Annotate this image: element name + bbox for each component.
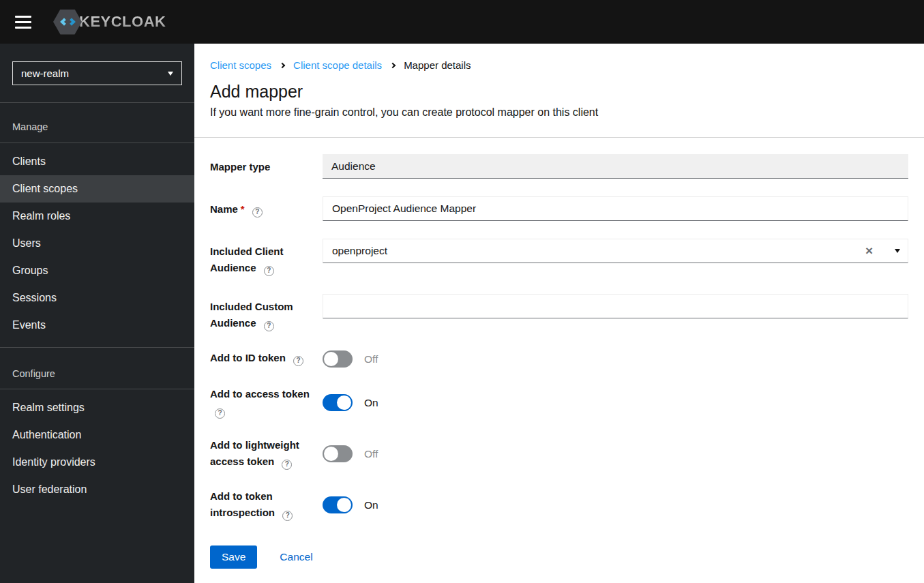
- help-icon[interactable]: ?: [282, 460, 292, 470]
- page-subtitle: If you want more fine-grain control, you…: [210, 106, 908, 119]
- clear-icon[interactable]: ×: [865, 241, 873, 260]
- add-to-id-token-state-label: Off: [364, 353, 378, 365]
- add-to-token-introspection-row: Add to token introspection ? On: [210, 488, 908, 521]
- nav-section-manage: Manage: [0, 103, 194, 143]
- breadcrumb-mapper-details: Mapper details: [404, 59, 471, 71]
- included-custom-audience-row: Included Custom Audience ?: [210, 294, 908, 331]
- main-content: Client scopes Client scope details Mappe…: [194, 44, 924, 583]
- sidebar-item-users[interactable]: Users: [0, 230, 194, 257]
- hamburger-icon: [15, 16, 31, 18]
- included-custom-audience-label: Included Custom Audience ?: [210, 294, 323, 331]
- sidebar-item-events[interactable]: Events: [0, 312, 194, 339]
- sidebar-item-client-scopes[interactable]: Client scopes: [0, 175, 194, 203]
- add-to-access-token-state-label: On: [364, 397, 378, 409]
- manage-nav-list: Clients Client scopes Realm roles Users …: [0, 143, 194, 347]
- add-to-lightweight-access-token-label: Add to lightweight access token ?: [210, 436, 323, 470]
- add-to-id-token-label: Add to ID token ?: [210, 349, 323, 368]
- page-header: Client scopes Client scope details Mappe…: [194, 44, 924, 119]
- add-to-id-token-toggle[interactable]: [323, 350, 353, 368]
- sidebar-item-user-federation[interactable]: User federation: [0, 476, 194, 503]
- name-row: Name* ?: [210, 196, 908, 221]
- add-to-id-token-row: Add to ID token ? Off: [210, 349, 908, 368]
- mapper-type-row: Mapper type Audience: [210, 154, 908, 179]
- keycloak-logo: KEYCLOAK: [53, 10, 166, 35]
- sidebar-item-identity-providers[interactable]: Identity providers: [0, 449, 194, 476]
- breadcrumb-client-scopes[interactable]: Client scopes: [210, 59, 271, 71]
- mapper-form: Mapper type Audience Name* ? Included Cl…: [194, 138, 924, 569]
- required-indicator: *: [241, 203, 245, 215]
- sidebar-item-clients[interactable]: Clients: [0, 148, 194, 175]
- mapper-type-label: Mapper type: [210, 154, 323, 179]
- add-to-access-token-label: Add to access token ?: [210, 385, 323, 419]
- add-to-token-introspection-toggle[interactable]: [323, 496, 353, 513]
- realm-name: new-realm: [21, 68, 69, 79]
- chevron-down-icon: [168, 72, 173, 76]
- add-to-token-introspection-state-label: On: [364, 499, 378, 511]
- name-label: Name* ?: [210, 196, 323, 221]
- cancel-button[interactable]: Cancel: [280, 551, 312, 563]
- form-actions: Save Cancel: [210, 545, 908, 569]
- help-icon[interactable]: ?: [282, 511, 293, 521]
- sidebar: new-realm Manage Clients Client scopes R…: [0, 44, 194, 583]
- sidebar-item-sessions[interactable]: Sessions: [0, 284, 194, 312]
- add-to-access-token-row: Add to access token ? On: [210, 385, 908, 419]
- name-input[interactable]: [323, 196, 908, 221]
- breadcrumb: Client scopes Client scope details Mappe…: [210, 59, 908, 71]
- help-icon[interactable]: ?: [264, 266, 274, 276]
- chevron-left-icon: [60, 18, 68, 25]
- help-icon[interactable]: ?: [252, 207, 263, 218]
- nav-section-configure: Configure: [0, 347, 194, 389]
- included-client-audience-row: Included Client Audience ? ×: [210, 239, 908, 276]
- add-to-lightweight-access-token-row: Add to lightweight access token ? Off: [210, 436, 908, 470]
- realm-selector[interactable]: new-realm: [12, 61, 182, 85]
- add-to-access-token-toggle[interactable]: [323, 394, 353, 411]
- chevron-right-icon: [280, 62, 285, 68]
- help-icon[interactable]: ?: [293, 356, 303, 366]
- breadcrumb-client-scope-details[interactable]: Client scope details: [293, 59, 382, 71]
- add-to-lightweight-access-token-toggle[interactable]: [323, 445, 353, 462]
- sidebar-item-authentication[interactable]: Authentication: [0, 421, 194, 449]
- sidebar-item-realm-roles[interactable]: Realm roles: [0, 203, 194, 230]
- help-icon[interactable]: ?: [215, 408, 225, 419]
- sidebar-item-realm-settings[interactable]: Realm settings: [0, 394, 194, 421]
- sidebar-item-groups[interactable]: Groups: [0, 257, 194, 284]
- included-client-audience-input[interactable]: [323, 239, 908, 263]
- add-to-token-introspection-label: Add to token introspection ?: [210, 488, 323, 521]
- mapper-type-field: Audience: [323, 154, 908, 179]
- save-button[interactable]: Save: [210, 545, 257, 569]
- help-icon[interactable]: ?: [264, 321, 274, 331]
- included-client-audience-label: Included Client Audience ?: [210, 239, 323, 276]
- included-client-audience-combobox: ×: [323, 239, 908, 276]
- nav-toggle-button[interactable]: [12, 12, 34, 33]
- included-custom-audience-input[interactable]: [323, 294, 908, 318]
- dropdown-caret-icon[interactable]: [895, 241, 900, 260]
- chevron-right-icon: [390, 62, 396, 68]
- brand-text: KEYCLOAK: [79, 13, 166, 31]
- keycloak-hexagon-icon: [53, 10, 82, 35]
- page-title: Add mapper: [210, 82, 908, 102]
- chevron-right-icon: [68, 18, 75, 25]
- topbar: KEYCLOAK: [0, 0, 924, 44]
- configure-nav-list: Realm settings Authentication Identity p…: [0, 389, 194, 511]
- realm-selector-block: new-realm: [0, 44, 194, 103]
- add-to-lightweight-access-token-state-label: Off: [364, 448, 378, 460]
